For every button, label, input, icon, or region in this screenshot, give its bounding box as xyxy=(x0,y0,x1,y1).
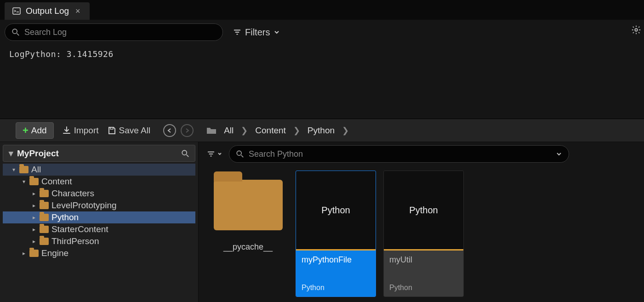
asset-name: __pycache__ xyxy=(223,242,273,252)
tree-label: All xyxy=(31,165,41,175)
output-log-panel: Output Log × Filters LogPython: 3.141592… xyxy=(0,0,644,119)
nav-back-button[interactable] xyxy=(163,124,176,137)
search-assets[interactable] xyxy=(229,145,569,163)
grid-filter-button[interactable] xyxy=(207,150,222,158)
asset-python-file[interactable]: Python myUtil Python xyxy=(383,171,464,297)
tree-label: ThirdPerson xyxy=(51,236,99,246)
asset-grid-panel: __pycache__ Python myPythonFile Python P… xyxy=(199,142,644,302)
chevron-right-icon: ❯ xyxy=(342,125,349,136)
tab-title: Output Log xyxy=(26,6,69,16)
chevron-right-icon: ▸ xyxy=(31,214,37,221)
asset-thumbnail: Python xyxy=(296,171,376,249)
plus-icon: + xyxy=(23,125,28,137)
chevron-right-icon: ▸ xyxy=(31,202,37,209)
tree-item-content[interactable]: ▾ Content xyxy=(3,176,195,188)
asset-name: myPythonFile xyxy=(302,255,370,265)
tree-label: Characters xyxy=(51,188,94,199)
asset-grid-toolbar xyxy=(199,142,644,166)
asset-type: Python xyxy=(389,284,458,292)
chevron-down-icon[interactable] xyxy=(556,151,562,157)
tree-label: LevelPrototyping xyxy=(51,200,117,211)
chevron-down-icon: ▾ xyxy=(11,166,17,173)
filters-label: Filters xyxy=(245,27,270,38)
sources-tree: ▾ All ▾ Content ▸ Characters ▸ LevelProt… xyxy=(3,164,195,259)
chevron-down-icon: ▾ xyxy=(21,178,27,185)
svg-point-3 xyxy=(635,28,638,31)
content-browser-body: ▾MyProject ▾ All ▾ Content ▸ Characters xyxy=(0,142,644,302)
tree-item-all[interactable]: ▾ All xyxy=(3,164,195,176)
folder-icon xyxy=(40,238,49,245)
tree-item-engine[interactable]: ▸ Engine xyxy=(3,247,195,259)
tree-item-characters[interactable]: ▸ Characters xyxy=(3,188,195,199)
asset-type-label: Python xyxy=(321,205,350,216)
svg-rect-0 xyxy=(13,8,20,14)
add-label: Add xyxy=(31,125,47,136)
search-assets-input[interactable] xyxy=(249,149,562,159)
terminal-icon xyxy=(12,6,21,16)
folder-icon xyxy=(40,202,49,209)
log-output: LogPython: 3.1415926 xyxy=(0,45,644,63)
svg-line-2 xyxy=(17,34,19,36)
folder-icon xyxy=(29,250,39,257)
search-icon xyxy=(236,150,244,158)
chevron-right-icon: ❯ xyxy=(241,125,248,136)
folder-icon xyxy=(19,166,28,173)
search-icon[interactable] xyxy=(181,149,189,158)
asset-info: myUtil Python xyxy=(384,251,463,296)
folder-icon xyxy=(40,190,49,197)
tree-label: Content xyxy=(41,177,72,187)
svg-point-5 xyxy=(182,150,187,155)
svg-point-1 xyxy=(12,29,17,34)
folder-icon xyxy=(206,126,217,135)
nav-forward-button[interactable] xyxy=(181,124,194,137)
sources-tree-panel: ▾MyProject ▾ All ▾ Content ▸ Characters xyxy=(0,142,199,302)
close-icon[interactable]: × xyxy=(74,6,82,16)
tree-header[interactable]: ▾MyProject xyxy=(3,145,195,162)
tree-item-thirdperson[interactable]: ▸ ThirdPerson xyxy=(3,235,195,247)
import-button[interactable]: Import xyxy=(62,125,99,136)
breadcrumb-item[interactable]: Content xyxy=(255,125,286,136)
log-line: LogPython: 3.1415926 xyxy=(9,49,635,59)
output-log-toolbar: Filters xyxy=(0,20,644,45)
import-icon xyxy=(62,126,71,135)
breadcrumb-root[interactable]: All xyxy=(224,125,234,136)
chevron-right-icon: ▸ xyxy=(31,238,37,245)
chevron-right-icon: ▸ xyxy=(31,190,37,197)
breadcrumb-item[interactable]: Python xyxy=(308,125,335,136)
tree-item-startercontent[interactable]: ▸ StarterContent xyxy=(3,223,195,235)
tab-bar: Output Log × xyxy=(0,0,644,20)
chevron-right-icon: ▸ xyxy=(21,250,27,256)
add-button[interactable]: + Add xyxy=(16,122,54,139)
asset-type: Python xyxy=(302,284,370,292)
chevron-right-icon: ❯ xyxy=(293,125,300,136)
search-log[interactable] xyxy=(5,23,223,41)
nav-arrows xyxy=(163,124,194,137)
search-log-input[interactable] xyxy=(24,28,216,37)
tree-item-levelprototyping[interactable]: ▸ LevelPrototyping xyxy=(3,199,195,211)
asset-type-label: Python xyxy=(409,205,438,216)
tree-label: StarterContent xyxy=(51,224,108,234)
folder-icon xyxy=(29,178,39,185)
save-all-button[interactable]: Save All xyxy=(107,125,151,136)
gear-icon[interactable] xyxy=(631,25,641,35)
svg-line-6 xyxy=(187,154,189,157)
asset-name: myUtil xyxy=(389,255,458,265)
svg-rect-4 xyxy=(110,127,113,129)
chevron-down-icon xyxy=(274,29,280,35)
filters-button[interactable]: Filters xyxy=(229,25,284,40)
save-icon xyxy=(107,126,116,135)
filter-icon xyxy=(233,28,241,36)
tab-output-log[interactable]: Output Log × xyxy=(5,2,90,20)
tree-item-python[interactable]: ▸ Python xyxy=(3,211,195,223)
chevron-right-icon: ▸ xyxy=(31,226,37,233)
asset-folder[interactable]: __pycache__ xyxy=(208,171,288,252)
project-name: MyProject xyxy=(17,148,59,158)
content-browser-toolbar: + Add Import Save All xyxy=(0,119,644,142)
content-browser-panel: + Add Import Save All xyxy=(0,119,644,302)
import-label: Import xyxy=(74,125,99,136)
asset-grid: __pycache__ Python myPythonFile Python P… xyxy=(199,166,644,302)
asset-python-file[interactable]: Python myPythonFile Python xyxy=(296,171,376,297)
tree-label: Python xyxy=(51,212,79,222)
folder-icon xyxy=(214,180,283,230)
folder-icon xyxy=(40,226,49,233)
